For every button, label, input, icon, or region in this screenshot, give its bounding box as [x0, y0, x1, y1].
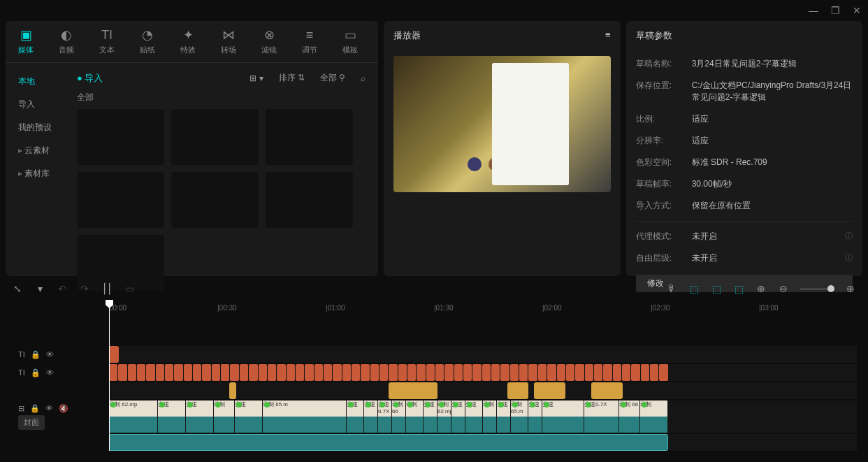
- subtitle-clip[interactable]: [342, 364, 351, 381]
- video-clip[interactable]: 变速: [235, 400, 263, 433]
- nav-media[interactable]: ▣媒体: [14, 27, 38, 57]
- video-clip[interactable]: 变速: [424, 400, 437, 433]
- redo-button[interactable]: ↷: [78, 283, 91, 294]
- subtitle-clip[interactable]: [109, 364, 117, 381]
- subtitle-clip[interactable]: [324, 364, 332, 381]
- subtitle-clip[interactable]: [613, 364, 621, 381]
- marker[interactable]: [591, 382, 623, 399]
- subtitle-clip[interactable]: [146, 364, 154, 381]
- subtitle-clip[interactable]: [454, 364, 463, 381]
- subtitle-clip[interactable]: [212, 364, 220, 381]
- eye-icon[interactable]: 👁: [45, 404, 53, 413]
- subtitle-clip[interactable]: [268, 364, 276, 381]
- subtitle-clip[interactable]: [472, 364, 481, 381]
- minimize-button[interactable]: —: [809, 5, 818, 16]
- view-toggle[interactable]: ⊞ ▾: [245, 71, 267, 85]
- nav-sticker[interactable]: ◔贴纸: [136, 27, 159, 57]
- audio-track[interactable]: [11, 434, 857, 451]
- undo-button[interactable]: ↶: [56, 283, 68, 294]
- subtitle-clip[interactable]: [519, 364, 528, 381]
- lock-icon[interactable]: 🔒: [31, 350, 41, 359]
- media-thumb[interactable]: [77, 172, 164, 228]
- video-clip[interactable]: 变速: [347, 400, 364, 433]
- video-clip[interactable]: 变速: [186, 400, 214, 433]
- nav-transition[interactable]: ⋈转场: [217, 27, 240, 57]
- video-clip[interactable]: 录制 65.m: [511, 400, 528, 433]
- eye-icon[interactable]: 👁: [46, 350, 54, 359]
- subtitle-clip[interactable]: [287, 364, 295, 381]
- subtitle-clip[interactable]: [370, 364, 379, 381]
- subtitle-clip[interactable]: [650, 364, 658, 381]
- video-clip[interactable]: 变速: [158, 400, 186, 433]
- import-button[interactable]: 导入: [77, 72, 103, 85]
- subtitle-clip[interactable]: [528, 364, 537, 381]
- lock-icon[interactable]: 🔒: [30, 404, 40, 413]
- video-clip[interactable]: 变速0.7X: [584, 400, 619, 433]
- sidebar-local[interactable]: 本地: [6, 70, 68, 93]
- subtitle-clip[interactable]: [361, 364, 369, 381]
- media-thumb[interactable]: [171, 109, 259, 165]
- subtitle-clip[interactable]: [156, 364, 164, 381]
- subtitle-clip[interactable]: [240, 364, 248, 381]
- video-clip[interactable]: 变速: [364, 400, 378, 433]
- subtitle-clip[interactable]: [398, 364, 407, 381]
- text-track-2[interactable]: TI🔒👁: [11, 364, 857, 381]
- subtitle-clip[interactable]: [435, 364, 444, 381]
- nav-audio[interactable]: ◐音频: [55, 27, 78, 57]
- subtitle-clip[interactable]: [566, 364, 574, 381]
- nav-adjust[interactable]: ≡调节: [298, 27, 321, 57]
- nav-effect[interactable]: ✦特效: [176, 27, 200, 57]
- subtitle-clip[interactable]: [277, 364, 285, 381]
- subtitle-clip[interactable]: [314, 364, 323, 381]
- video-clip[interactable]: 变速0.7X: [378, 400, 392, 433]
- subtitle-clip[interactable]: [463, 364, 472, 381]
- subtitle-clip[interactable]: [510, 364, 519, 381]
- subtitle-clip[interactable]: [417, 364, 425, 381]
- subtitle-clip[interactable]: [259, 364, 267, 381]
- filter-button[interactable]: 全部 ⚲: [316, 70, 349, 86]
- video-clip[interactable]: 录制 62.mp: [109, 400, 158, 433]
- media-thumb[interactable]: [266, 172, 353, 228]
- subtitle-clip[interactable]: [230, 364, 238, 381]
- split-button[interactable]: ⎮⎮: [101, 283, 113, 294]
- info-icon[interactable]: ⓘ: [845, 231, 853, 243]
- video-clip[interactable]: 录制: [406, 400, 424, 433]
- subtitle-clip[interactable]: [165, 364, 173, 381]
- marker[interactable]: [389, 382, 437, 399]
- sidebar-library[interactable]: 素材库: [6, 162, 68, 185]
- subtitle-clip[interactable]: [249, 364, 257, 381]
- subtitle-clip[interactable]: [538, 364, 547, 381]
- marker-track[interactable]: [11, 382, 857, 399]
- subtitle-clip[interactable]: [491, 364, 500, 381]
- subtitle-clip[interactable]: [118, 364, 126, 381]
- subtitle-clip[interactable]: [379, 364, 388, 381]
- subtitle-clip[interactable]: [444, 364, 453, 381]
- subtitle-clip[interactable]: [305, 364, 313, 381]
- subtitle-clip[interactable]: [193, 364, 201, 381]
- cover-button[interactable]: 封面: [18, 415, 45, 430]
- collapse-icon[interactable]: ⊟: [18, 404, 24, 413]
- subtitle-clip[interactable]: [389, 364, 397, 381]
- video-clip[interactable]: 变速: [451, 400, 465, 433]
- subtitle-clip[interactable]: [128, 364, 136, 381]
- tool-3[interactable]: ⬚: [732, 283, 745, 294]
- search-button[interactable]: ⌕: [356, 71, 370, 85]
- media-thumb[interactable]: [266, 109, 353, 165]
- video-clip[interactable]: 录制 66: [619, 400, 640, 433]
- subtitle-clip[interactable]: [137, 364, 145, 381]
- align-button[interactable]: ⊕: [755, 283, 767, 294]
- marker[interactable]: [534, 382, 565, 399]
- subtitle-clip[interactable]: [333, 364, 341, 381]
- cursor-dropdown[interactable]: ▾: [34, 283, 46, 294]
- tool-2[interactable]: ⬚: [710, 283, 723, 294]
- cursor-tool[interactable]: ⤡: [11, 283, 24, 294]
- subtitle-clip[interactable]: [426, 364, 435, 381]
- video-clip[interactable]: 录制: [640, 400, 668, 433]
- tool-1[interactable]: ⬚: [688, 283, 700, 294]
- subtitle-clip[interactable]: [622, 364, 630, 381]
- video-clip[interactable]: 录制: [214, 400, 235, 433]
- playhead[interactable]: [109, 301, 110, 451]
- text-clip[interactable]: [109, 346, 119, 363]
- subtitle-clip[interactable]: [407, 364, 416, 381]
- timeline[interactable]: 00:00 |00:30 |01:00 |01:30 |02:00 |02:30…: [0, 301, 868, 451]
